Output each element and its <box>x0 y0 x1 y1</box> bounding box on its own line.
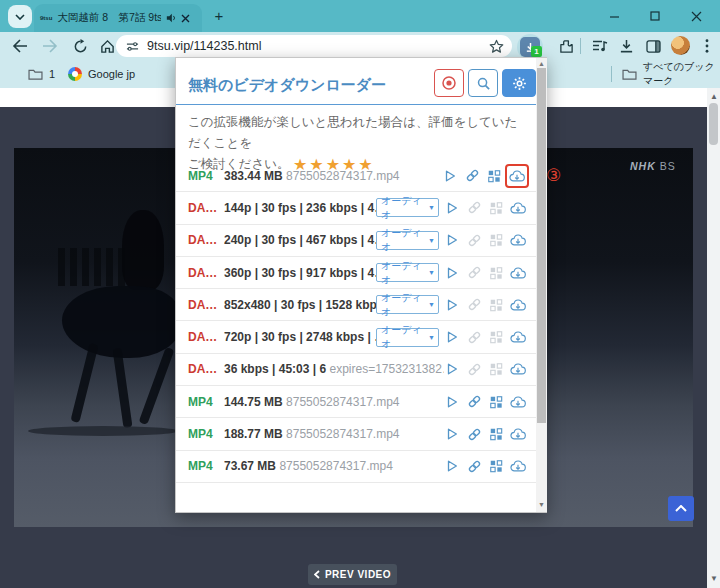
browser-window: 9tsu 大岡越前 8 第7話 9tsu Da + 9tsu.vip/11423… <box>0 0 720 588</box>
home-icon[interactable] <box>97 36 117 56</box>
link-icon <box>466 265 482 281</box>
record-button[interactable] <box>434 69 464 97</box>
chevron-down-icon: ▼ <box>428 269 435 276</box>
grid-icon[interactable] <box>488 394 504 410</box>
scene-horse-silhouette <box>62 286 180 358</box>
window-maximize-button[interactable] <box>647 8 663 24</box>
format-badge: DA… <box>188 298 224 312</box>
link-icon[interactable] <box>466 426 482 442</box>
cloud-download-icon[interactable] <box>509 168 525 184</box>
scroll-up-arrow-icon[interactable]: ▲ <box>710 93 718 101</box>
tab-close-icon[interactable] <box>181 14 190 23</box>
play-icon[interactable] <box>444 329 460 345</box>
link-icon[interactable] <box>466 458 482 474</box>
folder-icon <box>622 68 637 80</box>
site-info-icon[interactable] <box>126 40 139 53</box>
forward-icon[interactable] <box>40 36 60 56</box>
page-scrollbar[interactable]: ▲ ▼ <box>707 88 720 588</box>
play-icon[interactable] <box>444 458 460 474</box>
settings-button[interactable] <box>502 69 536 97</box>
menu-dots-icon[interactable] <box>697 36 717 56</box>
cloud-download-icon[interactable] <box>510 297 526 313</box>
download-row: DA… 852x480 | 30 fps | 1528 kbp… オーディオ▼ <box>176 289 536 321</box>
format-badge: DA… <box>188 233 224 247</box>
bookmark-google-jp[interactable]: Google jp <box>68 64 135 84</box>
cloud-download-icon[interactable] <box>510 426 526 442</box>
download-row: MP4 188.77 MB 8755052874317.mp4 <box>176 418 536 450</box>
scroll-down-arrow-icon[interactable]: ▼ <box>538 501 545 509</box>
all-bookmarks[interactable]: すべてのブックマーク <box>622 64 720 84</box>
grid-icon <box>488 361 504 377</box>
tab-audio-icon[interactable] <box>166 13 176 23</box>
profile-avatar[interactable] <box>671 36 690 55</box>
audio-select[interactable]: オーディオ▼ <box>376 263 439 282</box>
link-icon[interactable] <box>466 394 482 410</box>
downloads-icon[interactable] <box>616 36 636 56</box>
play-icon[interactable] <box>444 200 460 216</box>
link-icon[interactable] <box>464 168 480 184</box>
search-button[interactable] <box>468 69 498 97</box>
audio-select[interactable]: オーディオ▼ <box>376 328 439 347</box>
cloud-download-icon[interactable] <box>510 458 526 474</box>
window-minimize-button[interactable] <box>606 8 622 24</box>
cloud-download-icon[interactable] <box>510 329 526 345</box>
play-icon[interactable] <box>444 297 460 313</box>
back-icon[interactable] <box>10 36 30 56</box>
download-row: DA… 360p | 30 fps | 917 kbps | 4… オーディオ▼ <box>176 257 536 289</box>
chevron-down-icon: ▼ <box>428 237 435 244</box>
link-icon <box>466 361 482 377</box>
scroll-to-top-button[interactable] <box>668 496 694 521</box>
scene-fence <box>70 248 77 286</box>
active-tab[interactable]: 9tsu 大岡越前 8 第7話 9tsu Da <box>34 4 202 32</box>
play-icon[interactable] <box>444 394 460 410</box>
download-list: MP4 383.44 MB 8755052874317.mp4 DA… 144p… <box>176 160 536 483</box>
link-icon <box>466 297 482 313</box>
download-row: DA… 144p | 30 fps | 236 kbps | 4… オーディオ▼ <box>176 192 536 224</box>
tab-search-chevron-icon[interactable] <box>8 5 32 28</box>
window-close-button[interactable] <box>688 8 704 24</box>
reload-icon[interactable] <box>70 36 90 56</box>
extensions-puzzle-icon[interactable] <box>556 36 576 56</box>
record-icon <box>441 75 457 91</box>
grid-icon[interactable] <box>488 426 504 442</box>
grid-icon <box>488 265 504 281</box>
address-bar[interactable]: 9tsu.vip/114235.html <box>116 35 512 57</box>
bookmark-folder-1[interactable]: 1 <box>28 64 55 84</box>
popup-title: 無料のビデオダウンローダー <box>188 76 386 95</box>
grid-icon[interactable] <box>488 458 504 474</box>
side-panel-icon[interactable] <box>643 36 663 56</box>
grid-icon[interactable] <box>486 168 502 184</box>
media-controls-icon[interactable] <box>590 36 610 56</box>
nhk-bs-watermark: NHK BS <box>630 160 676 172</box>
play-icon[interactable] <box>444 361 460 377</box>
cloud-download-icon[interactable] <box>510 361 526 377</box>
page-scrollbar-thumb[interactable] <box>709 103 718 145</box>
play-icon[interactable] <box>444 232 460 248</box>
format-badge: MP4 <box>188 427 224 441</box>
prev-video-button[interactable]: PREV VIDEO <box>308 564 397 585</box>
audio-select[interactable]: オーディオ▼ <box>376 231 439 250</box>
scroll-up-arrow-icon[interactable]: ▲ <box>538 60 545 68</box>
new-tab-button[interactable]: + <box>210 7 228 25</box>
scene-horse-leg <box>112 348 132 428</box>
cloud-download-icon[interactable] <box>510 265 526 281</box>
popup-scrollbar[interactable]: ▲ ▼ <box>536 58 547 512</box>
link-icon <box>466 329 482 345</box>
popup-scrollbar-thumb[interactable] <box>537 68 546 423</box>
scene-rider-silhouette <box>122 210 164 290</box>
play-icon[interactable] <box>444 426 460 442</box>
play-icon[interactable] <box>442 168 458 184</box>
scene-horse-leg <box>70 343 98 423</box>
audio-select[interactable]: オーディオ▼ <box>376 295 439 314</box>
format-badge: MP4 <box>188 459 224 473</box>
cloud-download-icon[interactable] <box>510 200 526 216</box>
cloud-download-icon[interactable] <box>510 394 526 410</box>
audio-select[interactable]: オーディオ▼ <box>376 198 439 217</box>
bookmark-star-icon[interactable] <box>489 39 504 54</box>
link-icon <box>466 200 482 216</box>
cloud-download-icon[interactable] <box>510 232 526 248</box>
play-icon[interactable] <box>444 265 460 281</box>
url-text[interactable]: 9tsu.vip/114235.html <box>147 39 489 53</box>
bookmark-google-label: Google jp <box>88 68 135 80</box>
scroll-down-arrow-icon[interactable]: ▼ <box>710 575 718 583</box>
